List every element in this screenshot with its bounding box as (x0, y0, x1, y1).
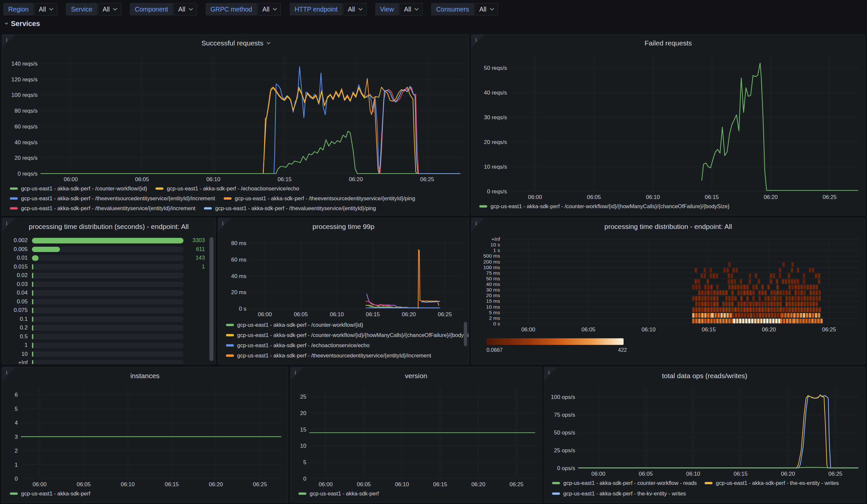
panel-info-corner[interactable] (218, 218, 231, 231)
legend-item[interactable]: gcp-us-east1 - akka-sdk-perf - /counter-… (226, 331, 466, 339)
time-series-chart: 0 reqs/s10 reqs/s20 reqs/s30 reqs/s40 re… (471, 52, 865, 202)
svg-text:06:00: 06:00 (33, 481, 47, 487)
panel-title[interactable]: processing time distribution - endpoint:… (471, 218, 865, 235)
filter-label-button[interactable]: View (375, 3, 399, 15)
svg-text:06:25: 06:25 (420, 176, 435, 182)
histogram-row: +Inf (6, 360, 205, 364)
legend-item[interactable]: gcp-us-east1 - akka-sdk-perf - /counter-… (10, 184, 147, 193)
legend-item[interactable]: gcp-us-east1 - akka-sdk-perf - the-es-en… (705, 479, 839, 487)
svg-text:30 ms: 30 ms (486, 287, 500, 292)
filter-label-button[interactable]: GRPC method (205, 3, 257, 15)
svg-text:140 reqs/s: 140 reqs/s (12, 61, 38, 67)
svg-text:06:15: 06:15 (702, 326, 716, 333)
panel-info-corner[interactable] (290, 367, 304, 380)
svg-text:40 reqs/s: 40 reqs/s (484, 89, 507, 96)
panel-title[interactable]: Successful requests (2, 35, 469, 52)
panel-info-corner[interactable] (2, 218, 15, 231)
panel-instances: i instances 012345606:0006:0506:1006:150… (2, 367, 288, 503)
filter-label-button[interactable]: Component (130, 3, 173, 15)
filter-value-dropdown[interactable]: All (98, 3, 121, 15)
legend-item[interactable]: gcp-us-east1 - akka-sdk-perf - /echoacti… (226, 341, 466, 350)
legend-series-swatch (224, 197, 232, 200)
legend-series-label: gcp-us-east1 - akka-sdk-perf - /counter-… (21, 185, 147, 192)
svg-text:1: 1 (15, 462, 18, 468)
legend-item[interactable]: gcp-us-east1 - akka-sdk-perf (298, 489, 379, 498)
svg-text:50 reqs/s: 50 reqs/s (484, 65, 507, 71)
svg-text:06:05: 06:05 (77, 481, 91, 487)
legend-series-swatch (479, 205, 487, 207)
bucket-label: 0.5 (6, 333, 28, 340)
bucket-label: 0.04 (6, 290, 28, 296)
bucket-bar (32, 325, 33, 331)
filter-label-button[interactable]: Consumers (431, 3, 474, 15)
panel-info-corner[interactable] (544, 367, 557, 380)
legend-item[interactable]: gcp-us-east1 - akka-sdk-perf - /theevent… (224, 194, 415, 203)
filter-value-dropdown[interactable]: All (34, 3, 58, 15)
svg-text:06:05: 06:05 (639, 471, 653, 477)
panel-title[interactable]: total data ops (reads/writes) (544, 367, 865, 384)
bucket-bar (32, 290, 33, 296)
svg-text:06:25: 06:25 (828, 471, 843, 477)
panel-info-corner[interactable] (471, 35, 484, 48)
legend-item[interactable]: gcp-us-east1 - akka-sdk-perf - /echoacti… (156, 184, 299, 193)
legend-series-swatch (705, 482, 713, 484)
svg-text:50 ops/s: 50 ops/s (554, 430, 575, 436)
legend-item[interactable]: gcp-us-east1 - akka-sdk-perf - counter-w… (552, 479, 697, 487)
bucket-track (32, 255, 183, 261)
filter-label-button[interactable]: Service (66, 3, 97, 15)
histogram-row: 0.0151 (6, 264, 205, 270)
bucket-bar (32, 299, 33, 305)
filter-label-button[interactable]: Region (3, 3, 34, 15)
bucket-track (32, 282, 183, 287)
panel-title[interactable]: processing time 99p (218, 218, 469, 235)
panel-title[interactable]: Failed requests (471, 35, 865, 52)
legend-item[interactable]: gcp-us-east1 - akka-sdk-perf - /theevent… (226, 351, 466, 360)
svg-text:06:10: 06:10 (686, 471, 700, 477)
histogram-row: 0.02 (6, 273, 205, 278)
legend-item[interactable]: gcp-us-east1 - akka-sdk-perf - /thevalue… (10, 204, 195, 213)
svg-text:120 reqs/s: 120 reqs/s (12, 76, 38, 83)
bucket-bar (32, 334, 33, 340)
filter-value-dropdown[interactable]: All (343, 3, 367, 15)
filter-value-dropdown[interactable]: All (399, 3, 423, 15)
legend-item[interactable]: gcp-us-east1 - akka-sdk-perf (10, 489, 90, 498)
filter-value-dropdown[interactable]: All (174, 3, 197, 15)
svg-text:30 reqs/s: 30 reqs/s (484, 114, 507, 120)
legend-item[interactable]: gcp-us-east1 - akka-sdk-perf - /thevalue… (204, 204, 376, 213)
chevron-down-icon (490, 6, 494, 11)
legend-series-swatch (10, 207, 18, 210)
svg-text:06:10: 06:10 (206, 176, 221, 182)
legend-item[interactable]: gcp-us-east1 - akka-sdk-perf - the-kv-en… (552, 489, 686, 498)
legend-item[interactable]: gcp-us-east1 - akka-sdk-perf - /counter-… (479, 202, 729, 211)
svg-text:06:00: 06:00 (64, 176, 78, 182)
histogram-row: 0.1 (6, 317, 205, 322)
scrollbar[interactable] (210, 237, 213, 361)
svg-text:06:00: 06:00 (528, 194, 542, 200)
svg-text:10 s: 10 s (491, 242, 500, 247)
panel-title[interactable]: version (290, 367, 542, 384)
legend-item[interactable]: gcp-us-east1 - akka-sdk-perf - /theevent… (10, 194, 215, 203)
scrollbar[interactable] (464, 322, 467, 346)
info-icon: i (6, 220, 8, 227)
histogram-rows: 0.00233030.0056110.011430.01510.020.030.… (2, 235, 215, 364)
panel-title[interactable]: processing time distribution (seconds) -… (2, 218, 215, 235)
svg-text:50 ms: 50 ms (486, 276, 500, 281)
panel-total-data-ops: i total data ops (reads/writes) 0 ops/s2… (544, 367, 865, 503)
filter-label-button[interactable]: HTTP endpoint (290, 3, 343, 15)
panel-title[interactable]: instances (2, 367, 288, 384)
legend-series-swatch (10, 492, 18, 495)
panel-info-corner[interactable] (471, 218, 484, 231)
chart-legend: gcp-us-east1 - akka-sdk-perf (2, 489, 288, 502)
svg-text:06:15: 06:15 (705, 194, 719, 200)
bucket-track (32, 299, 183, 305)
filter-value-dropdown[interactable]: All (258, 3, 281, 15)
filter-value-dropdown[interactable]: All (475, 3, 498, 15)
svg-text:5: 5 (303, 459, 306, 465)
row-section-services[interactable]: Services (5, 20, 40, 28)
svg-text:06:15: 06:15 (734, 471, 748, 477)
panel-info-corner[interactable] (2, 367, 15, 380)
legend-item[interactable]: gcp-us-east1 - akka-sdk-perf - /counter-… (226, 321, 466, 329)
filter-region: RegionAll (3, 3, 57, 15)
svg-text:06:20: 06:20 (471, 481, 485, 487)
panel-info-corner[interactable] (2, 35, 15, 48)
